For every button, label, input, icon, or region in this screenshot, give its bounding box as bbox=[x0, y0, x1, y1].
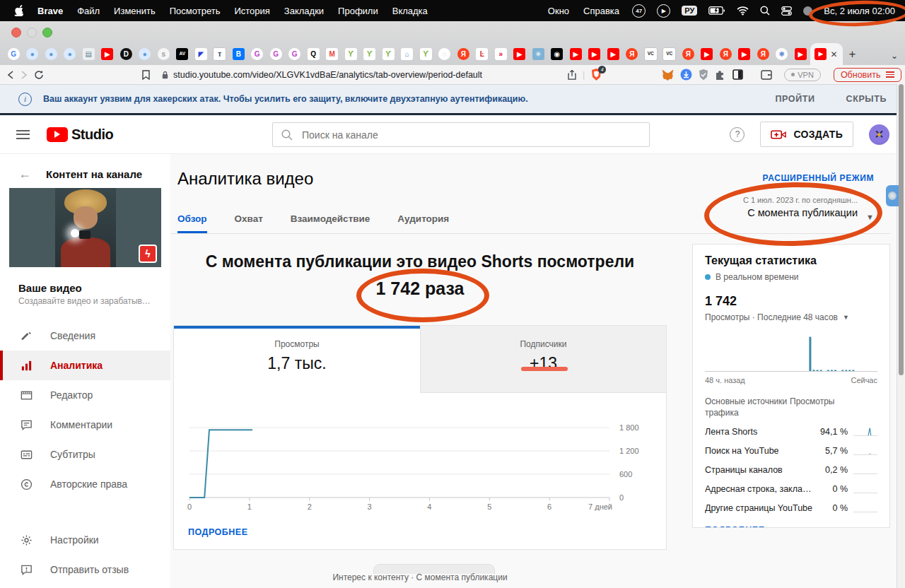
browser-tab[interactable]: ϒ bbox=[379, 43, 398, 65]
extensions-puzzle-icon[interactable] bbox=[715, 69, 726, 81]
browser-tab[interactable]: AV bbox=[173, 43, 192, 65]
browser-tab[interactable]: т bbox=[211, 43, 230, 65]
share-icon[interactable] bbox=[568, 70, 576, 80]
date-range-caret-icon[interactable]: ▼ bbox=[866, 213, 874, 221]
advanced-mode-link[interactable]: РАСШИРЕННЫЙ РЕЖИМ bbox=[763, 173, 874, 183]
tab-взаимодействие[interactable]: Взаимодействие bbox=[291, 213, 370, 233]
browser-tab[interactable]: ⌂ bbox=[398, 43, 417, 65]
sidebar-item-editor[interactable]: Редактор bbox=[0, 380, 170, 410]
browser-tab[interactable]: G bbox=[286, 43, 305, 65]
download-extension-icon[interactable] bbox=[680, 69, 692, 81]
browser-tab[interactable]: ▶ bbox=[791, 43, 810, 65]
user-menu-icon[interactable] bbox=[803, 6, 812, 16]
browser-tab[interactable]: ▶ bbox=[510, 43, 530, 65]
play-status-icon[interactable]: ▶ bbox=[657, 4, 670, 18]
sidebar-item-comments[interactable]: Комментарии bbox=[0, 410, 170, 440]
menu-item-0[interactable]: Brave bbox=[30, 6, 70, 16]
reload-icon[interactable] bbox=[34, 70, 44, 80]
browser-tab[interactable]: ϒ bbox=[416, 43, 436, 65]
browser-tab[interactable]: ▶ bbox=[698, 43, 717, 65]
hamburger-menu-icon[interactable] bbox=[16, 127, 30, 141]
browser-menu-icon[interactable] bbox=[886, 70, 894, 79]
metamask-extension-icon[interactable] bbox=[662, 69, 674, 81]
vpn-button[interactable]: VPN bbox=[784, 69, 821, 81]
browser-tab[interactable]: ✱ bbox=[773, 43, 792, 65]
menu-item-window-0[interactable]: Окно bbox=[541, 6, 576, 16]
browser-tab[interactable]: ▶ bbox=[604, 43, 623, 65]
menu-item-5[interactable]: Закладки bbox=[277, 6, 331, 16]
sidebar-item-copyright[interactable]: Авторские права bbox=[0, 469, 170, 499]
traffic-source-row[interactable]: Лента Shorts94,1 % bbox=[705, 426, 877, 437]
notification-badge-icon[interactable]: 47 bbox=[632, 4, 646, 18]
url-field[interactable]: studio.youtube.com/video/XLGVK1vdBaE/ana… bbox=[162, 70, 561, 80]
caption-caret-icon[interactable]: ▼ bbox=[843, 314, 849, 321]
chart-more-link[interactable]: ПОДРОБНЕЕ bbox=[188, 527, 248, 537]
metric-tab-views[interactable]: Просмотры 1,7 тыс. bbox=[174, 326, 420, 393]
back-arrow-icon[interactable]: ← bbox=[18, 167, 31, 182]
browser-tab[interactable]: ▶ bbox=[566, 43, 585, 65]
traffic-source-row[interactable]: Страницы каналов0,2 % bbox=[705, 464, 877, 476]
battery-icon[interactable] bbox=[708, 6, 725, 15]
wifi-icon[interactable] bbox=[737, 6, 749, 16]
sidebar-item-settings[interactable]: Настройки bbox=[0, 525, 170, 555]
youtube-studio-logo[interactable]: Studio bbox=[47, 127, 113, 143]
traffic-source-row[interactable]: Поиск на YouTube5,7 % bbox=[705, 445, 877, 457]
traffic-source-row[interactable]: Другие страницы YouTube0 % bbox=[705, 502, 877, 514]
sidebar-item-feedback[interactable]: Отправить отзыв bbox=[0, 555, 170, 584]
realtime-more-link[interactable]: ПОДРОБНЕЕ bbox=[705, 525, 765, 528]
browser-tab[interactable]: Q bbox=[304, 43, 323, 65]
traffic-source-row[interactable]: Адресная строка, закладки,...0 % bbox=[705, 483, 877, 495]
browser-tab[interactable]: M bbox=[323, 43, 342, 65]
sidebar-item-details[interactable]: Сведения bbox=[0, 321, 170, 351]
video-thumbnail[interactable]: ϟ bbox=[9, 188, 161, 267]
banner-pass-button[interactable]: ПРОЙТИ bbox=[775, 94, 814, 104]
banner-hide-button[interactable]: СКРЫТЬ bbox=[846, 94, 887, 104]
reader-extension-icon[interactable] bbox=[732, 69, 743, 80]
close-window-button[interactable] bbox=[11, 28, 21, 37]
browser-tab[interactable]: ▶ bbox=[98, 43, 117, 65]
browser-tab[interactable]: ◉ bbox=[548, 43, 567, 65]
browser-tab[interactable]: ● bbox=[61, 43, 80, 65]
browser-tab[interactable]: В bbox=[229, 43, 248, 65]
browser-tab[interactable]: ✳ bbox=[529, 43, 548, 65]
browser-tab[interactable]: Ŀ bbox=[473, 43, 492, 65]
browser-tab[interactable]: ● bbox=[136, 43, 155, 65]
brave-shield-icon[interactable]: 4 bbox=[591, 69, 602, 81]
realtime-caption[interactable]: Просмотры · Последние 48 часов ▼ bbox=[705, 312, 877, 322]
browser-tab[interactable]: Я bbox=[454, 43, 473, 65]
tab-охват[interactable]: Охват bbox=[235, 213, 263, 233]
browser-tab[interactable]: » bbox=[491, 43, 510, 65]
browser-tab[interactable]: ѕ bbox=[154, 43, 173, 65]
control-center-icon[interactable] bbox=[781, 6, 792, 16]
browser-tab-active[interactable]: ▶✕ bbox=[810, 43, 843, 65]
channel-search-box[interactable] bbox=[272, 122, 650, 147]
bookmark-icon[interactable] bbox=[142, 70, 150, 80]
update-browser-button[interactable]: Обновить bbox=[834, 68, 902, 82]
views-line-chart[interactable]: 06001 2001 80001234567 дней bbox=[174, 393, 667, 519]
apple-icon[interactable] bbox=[14, 4, 25, 17]
browser-tab[interactable]: Я bbox=[716, 43, 735, 65]
browser-tab[interactable]: ◤ bbox=[192, 43, 211, 65]
menu-item-7[interactable]: Вкладка bbox=[385, 6, 435, 16]
create-button[interactable]: СОЗДАТЬ bbox=[760, 122, 853, 147]
menu-item-2[interactable]: Изменить bbox=[107, 6, 163, 16]
realtime-bar-chart[interactable] bbox=[705, 332, 877, 373]
tab-аудитория[interactable]: Аудитория bbox=[397, 213, 449, 233]
forward-icon[interactable] bbox=[21, 71, 28, 79]
browser-tab[interactable]: G bbox=[4, 43, 23, 65]
minimize-window-button[interactable] bbox=[27, 28, 37, 37]
floating-extension-widget[interactable] bbox=[886, 185, 899, 206]
menu-item-3[interactable]: Посмотреть bbox=[163, 6, 228, 16]
new-tab-button[interactable]: + bbox=[843, 43, 863, 65]
browser-tab[interactable]: ◌ bbox=[436, 43, 455, 65]
page-scrollbar[interactable] bbox=[897, 84, 905, 588]
browser-tab[interactable]: ϒ bbox=[361, 43, 380, 65]
browser-tab[interactable]: VC bbox=[641, 43, 660, 65]
sidebar-item-subtitles[interactable]: Субтитры bbox=[0, 440, 170, 469]
search-input[interactable] bbox=[300, 129, 641, 141]
zoom-window-button[interactable] bbox=[42, 28, 52, 37]
back-icon[interactable] bbox=[7, 71, 14, 79]
tab-search-chevron-icon[interactable]: ⌄ bbox=[891, 51, 898, 61]
browser-tab[interactable]: ▶ bbox=[585, 43, 605, 65]
browser-tab[interactable]: ● bbox=[23, 43, 42, 65]
